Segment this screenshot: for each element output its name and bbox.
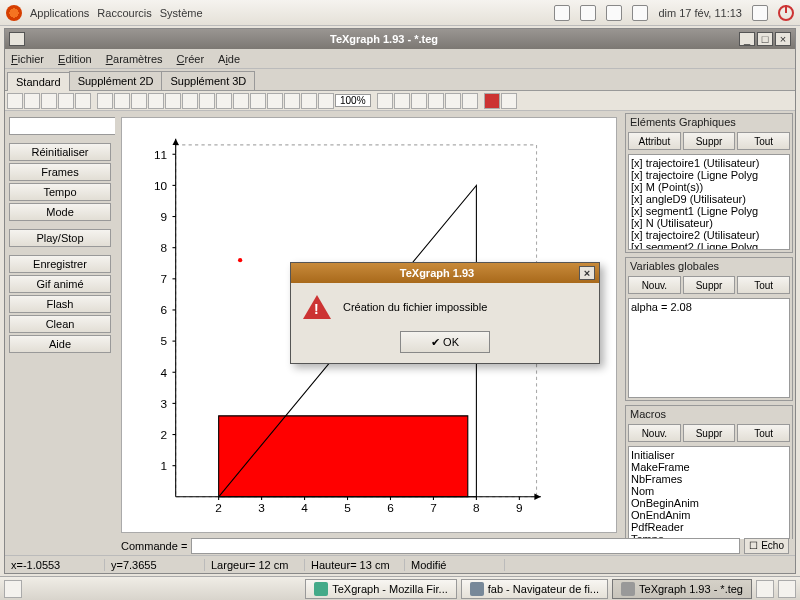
tool-icon[interactable] bbox=[165, 93, 181, 109]
tool-icon[interactable] bbox=[97, 93, 113, 109]
sidebar-button[interactable]: Flash bbox=[9, 295, 111, 313]
list-item[interactable]: NbFrames bbox=[631, 473, 787, 485]
tool-target-icon[interactable] bbox=[428, 93, 444, 109]
tool-icon[interactable] bbox=[462, 93, 478, 109]
tray-icon[interactable] bbox=[632, 5, 648, 21]
titlebar[interactable]: TeXgraph 1.93 - *.teg _ □ × bbox=[5, 29, 795, 49]
echo-toggle[interactable]: ☐ Echo bbox=[744, 538, 789, 554]
maximize-button[interactable]: □ bbox=[757, 32, 773, 46]
sidebar-button[interactable]: Gif animé bbox=[9, 275, 111, 293]
sidebar-button[interactable]: Mode bbox=[9, 203, 111, 221]
menu-edit[interactable]: Edition bbox=[58, 53, 92, 65]
list-item[interactable]: [x] trajectoire (Ligne Polyg bbox=[631, 169, 787, 181]
task-item[interactable]: TeXgraph - Mozilla Fir... bbox=[305, 579, 457, 599]
tool-icon[interactable] bbox=[131, 93, 147, 109]
menu-help[interactable]: Aide bbox=[218, 53, 240, 65]
tab-supp2d[interactable]: Supplément 2D bbox=[69, 71, 163, 90]
ubuntu-logo-icon[interactable] bbox=[6, 5, 22, 21]
tool-new-icon[interactable] bbox=[7, 93, 23, 109]
list-item[interactable]: PdfReader bbox=[631, 521, 787, 533]
tab-standard[interactable]: Standard bbox=[7, 72, 70, 91]
tool-icon[interactable] bbox=[445, 93, 461, 109]
panel-button[interactable]: Attribut bbox=[628, 132, 681, 150]
tool-refresh-icon[interactable] bbox=[58, 93, 74, 109]
tool-icon[interactable] bbox=[501, 93, 517, 109]
tool-icon[interactable] bbox=[411, 93, 427, 109]
panel-button[interactable]: Suppr bbox=[683, 276, 736, 294]
list-item[interactable]: [x] segment2 (Ligne Polyg bbox=[631, 241, 787, 250]
minimize-button[interactable]: _ bbox=[739, 32, 755, 46]
list-item[interactable]: [x] angleD9 (Utilisateur) bbox=[631, 193, 787, 205]
tool-icon[interactable] bbox=[394, 93, 410, 109]
dialog-close-button[interactable]: × bbox=[579, 266, 595, 280]
tray-icon[interactable] bbox=[554, 5, 570, 21]
svg-text:6: 6 bbox=[387, 501, 394, 515]
command-input[interactable] bbox=[191, 538, 740, 554]
list-item[interactable]: [x] M (Point(s)) bbox=[631, 181, 787, 193]
list-item[interactable]: [x] trajectoire2 (Utilisateur) bbox=[631, 229, 787, 241]
panel-button[interactable]: Nouv. bbox=[628, 276, 681, 294]
tool-open-icon[interactable] bbox=[24, 93, 40, 109]
sidebar-button[interactable]: Clean bbox=[9, 315, 111, 333]
list-item[interactable]: Initialiser bbox=[631, 449, 787, 461]
task-item[interactable]: TeXgraph 1.93 - *.teg bbox=[612, 579, 752, 599]
list-item[interactable]: [x] trajectoire1 (Utilisateur) bbox=[631, 157, 787, 169]
workspace-switcher[interactable] bbox=[756, 580, 774, 598]
menu-places[interactable]: Raccourcis bbox=[97, 7, 151, 19]
sidebar-button[interactable]: Tempo bbox=[9, 183, 111, 201]
tool-stop-icon[interactable] bbox=[75, 93, 91, 109]
list-item[interactable]: MakeFrame bbox=[631, 461, 787, 473]
tool-icon[interactable] bbox=[318, 93, 334, 109]
tray-icon[interactable] bbox=[580, 5, 596, 21]
tab-supp3d[interactable]: Supplément 3D bbox=[161, 71, 255, 90]
sidebar-button[interactable]: Aide bbox=[9, 335, 111, 353]
tool-arrow-icon[interactable] bbox=[377, 93, 393, 109]
sidebar-button[interactable]: Frames bbox=[9, 163, 111, 181]
tool-icon[interactable] bbox=[148, 93, 164, 109]
list-item[interactable]: Nom bbox=[631, 485, 787, 497]
menu-applications[interactable]: Applications bbox=[30, 7, 89, 19]
tool-icon[interactable] bbox=[216, 93, 232, 109]
menu-file[interactable]: Fichier bbox=[11, 53, 44, 65]
close-button[interactable]: × bbox=[775, 32, 791, 46]
tray-icon[interactable] bbox=[606, 5, 622, 21]
tool-icon[interactable] bbox=[250, 93, 266, 109]
clock[interactable]: dim 17 fév, 11:13 bbox=[658, 7, 742, 19]
trash-icon[interactable] bbox=[778, 580, 796, 598]
dialog-ok-button[interactable]: ✔ OK bbox=[400, 331, 490, 353]
menu-system[interactable]: Système bbox=[160, 7, 203, 19]
tool-record-icon[interactable] bbox=[484, 93, 500, 109]
gnome-top-panel: Applications Raccourcis Système dim 17 f… bbox=[0, 0, 800, 26]
list-item[interactable]: OnBeginAnim bbox=[631, 497, 787, 509]
sidebar-button[interactable]: Enregistrer bbox=[9, 255, 111, 273]
tool-icon[interactable] bbox=[267, 93, 283, 109]
sidebar-button[interactable]: Réinitialiser bbox=[9, 143, 111, 161]
tool-icon[interactable] bbox=[233, 93, 249, 109]
window-menu-icon[interactable] bbox=[9, 32, 25, 46]
tool-icon[interactable] bbox=[199, 93, 215, 109]
dialog-titlebar[interactable]: TeXgraph 1.93 × bbox=[291, 263, 599, 283]
panel-button[interactable]: Tout bbox=[737, 276, 790, 294]
sidebar-button[interactable]: Play/Stop bbox=[9, 229, 111, 247]
menu-create[interactable]: Créer bbox=[177, 53, 205, 65]
list-item[interactable]: [x] N (Utilisateur) bbox=[631, 217, 787, 229]
power-icon[interactable] bbox=[778, 5, 794, 21]
list-item[interactable]: [x] segment1 (Ligne Polyg bbox=[631, 205, 787, 217]
panel-button[interactable]: Tout bbox=[737, 424, 790, 442]
menu-params[interactable]: Paramètres bbox=[106, 53, 163, 65]
panel-button[interactable]: Nouv. bbox=[628, 424, 681, 442]
list-item[interactable]: alpha = 2.08 bbox=[631, 301, 787, 313]
task-item[interactable]: fab - Navigateur de fi... bbox=[461, 579, 608, 599]
panel-button[interactable]: Suppr bbox=[683, 132, 736, 150]
tool-icon[interactable] bbox=[182, 93, 198, 109]
show-desktop-icon[interactable] bbox=[4, 580, 22, 598]
tool-text-icon[interactable] bbox=[284, 93, 300, 109]
volume-icon[interactable] bbox=[752, 5, 768, 21]
tool-icon[interactable] bbox=[301, 93, 317, 109]
panel-button[interactable]: Tout bbox=[737, 132, 790, 150]
list-item[interactable]: OnEndAnim bbox=[631, 509, 787, 521]
zoom-field[interactable]: 100% bbox=[335, 94, 371, 107]
tool-icon[interactable] bbox=[114, 93, 130, 109]
tool-save-icon[interactable] bbox=[41, 93, 57, 109]
panel-button[interactable]: Suppr bbox=[683, 424, 736, 442]
